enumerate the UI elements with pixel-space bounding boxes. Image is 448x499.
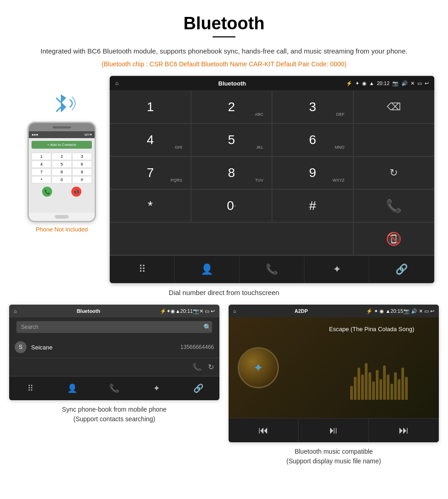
music-time: 20:15 [390, 308, 403, 314]
phonebook-caption: Sync phone-book from mobile phone (Suppo… [62, 405, 167, 424]
pb-action-call-icon[interactable]: 📞 [192, 363, 202, 371]
dial-key-hash[interactable]: # [272, 189, 353, 222]
phone-key-1: 1 [32, 153, 51, 160]
bottom-nav-link[interactable]: 🔗 [369, 256, 434, 283]
phone-key-hash: # [72, 176, 92, 183]
pb-contact-row: S Seicane 13566664466 [9, 337, 219, 358]
pb-search-field[interactable]: Search [16, 321, 212, 333]
music-info: Escape (The Pina Colada Song) [233, 322, 434, 335]
pb-loc-icon: ◉ [171, 308, 175, 314]
pb-bottom-nav: ⠿ 👤 📞 ✦ 🔗 [9, 376, 219, 400]
eq-bar-1 [350, 386, 353, 400]
music-controls: ⏮ ⏯ ⏭ [229, 418, 439, 442]
eq-bar-8 [376, 370, 379, 400]
phone-key-4: 4 [32, 161, 51, 168]
window-icon: ▭ [417, 80, 422, 86]
bottom-nav-bluetooth[interactable]: ✦ [304, 256, 369, 283]
dialpad-grid: 1 2ABC 3DEF ⌫ 4GHI 5JKL 6MNO 7PQRS 8TUV … [110, 91, 434, 255]
back-icon: ↩ [425, 80, 429, 86]
bottom-nav-dialpad[interactable]: ⠿ [110, 256, 175, 283]
phone-screen-header: ●●●MY▾ [29, 131, 95, 138]
pb-statusbar: ⌂ Bluetooth ⚡ ✦ ◉ ▲ 20:11 📷 ✕ ▭ ↩ [9, 305, 219, 317]
dial-backspace[interactable]: ⌫ [353, 91, 435, 123]
dial-call-red[interactable]: 📵 [353, 222, 435, 255]
dial-key-4[interactable]: 4GHI [110, 123, 191, 156]
bluetooth-status-icon: ✦ [355, 80, 359, 86]
phone-key-9: 9 [72, 168, 92, 176]
phone-key-star: * [32, 176, 51, 183]
pb-time: 20:11 [180, 308, 193, 314]
pb-sig-icon: ▲ [175, 308, 180, 314]
eq-bar-15 [401, 368, 404, 400]
statusbar-app-name: Bluetooth [118, 80, 346, 87]
phone-illustration: ●●●MY▾ + Add to Contacts 1 2 3 4 5 6 7 8… [14, 76, 110, 233]
music-equalizer [350, 322, 434, 400]
dial-key-star[interactable]: * [110, 189, 191, 222]
phone-end-btn: 📵 [71, 187, 81, 197]
pb-action-icons: 📞 ↻ [9, 358, 219, 376]
dial-key-8[interactable]: 8TUV [191, 156, 272, 189]
dialpad-bottom-nav: ⠿ 👤 📞 ✦ 🔗 [110, 255, 434, 283]
pb-nav-bt[interactable]: ✦ [135, 376, 177, 400]
refresh-icon: ↻ [389, 167, 398, 179]
dial-key-7[interactable]: 7PQRS [110, 156, 191, 189]
bottom-section: ⌂ Bluetooth ⚡ ✦ ◉ ▲ 20:11 📷 ✕ ▭ ↩ Search… [0, 305, 448, 466]
dial-key-9[interactable]: 9WXYZ [272, 156, 353, 189]
music-statusbar: ⌂ A2DP ⚡ ✦ ◉ ▲ 20:15 📷 🔊 ✕ ▭ ↩ [229, 305, 439, 317]
phone-key-0: 0 [52, 176, 71, 183]
phonebook-section: ⌂ Bluetooth ⚡ ✦ ◉ ▲ 20:11 📷 ✕ ▭ ↩ Search… [9, 305, 219, 466]
phone-bottom-buttons: 📞 📵 [29, 185, 95, 199]
pb-contact-avatar: S [15, 341, 27, 353]
dial-key-1[interactable]: 1 [110, 91, 191, 123]
bluetooth-signal-graphic [43, 90, 80, 117]
phone-key-8: 8 [52, 168, 71, 176]
phone-key-5: 5 [52, 161, 71, 168]
dial-key-0[interactable]: 0+ [191, 189, 272, 222]
dial-key-5[interactable]: 5JKL [191, 123, 272, 156]
backspace-icon: ⌫ [387, 101, 401, 113]
music-next-btn[interactable]: ⏭ [369, 419, 439, 442]
phone-speaker [53, 126, 71, 129]
music-home-icon: ⌂ [233, 308, 236, 314]
pb-action-sync-icon[interactable]: ↻ [208, 363, 214, 371]
dial-key-2[interactable]: 2ABC [191, 91, 272, 123]
music-cam-icon: 📷 🔊 ✕ ▭ ↩ [403, 308, 434, 314]
dialpad-statusbar: ⌂ Bluetooth ⚡ ✦ ◉ ▲ 20:12 📷 🔊 ✕ ▭ ↩ [110, 76, 434, 91]
phone-key-3: 3 [72, 153, 92, 160]
phonebook-screen: ⌂ Bluetooth ⚡ ✦ ◉ ▲ 20:11 📷 ✕ ▭ ↩ Search… [9, 305, 219, 400]
location-icon: ◉ [362, 80, 367, 86]
music-prev-btn[interactable]: ⏮ [229, 419, 299, 442]
pb-nav-user[interactable]: 👤 [51, 376, 93, 400]
pb-contact-number: 13566664466 [181, 344, 214, 350]
bottom-nav-contacts[interactable]: 👤 [175, 256, 240, 283]
pb-nav-icons: ✕ ▭ ↩ [199, 308, 215, 314]
music-main-area: ✦ Escape (The Pina Colada Song) [229, 317, 439, 418]
phone-key-2: 2 [52, 153, 71, 160]
eq-bar-3 [357, 368, 360, 400]
phone-top-bar [29, 123, 95, 131]
eq-bar-11 [387, 375, 389, 400]
page-title: Bluetooth [0, 0, 448, 36]
main-section: ●●●MY▾ + Add to Contacts 1 2 3 4 5 6 7 8… [0, 76, 448, 283]
eq-bar-13 [394, 372, 397, 400]
dial-key-3[interactable]: 3DEF [272, 91, 353, 123]
camera-icon: 📷 [392, 80, 399, 86]
eq-bar-5 [365, 363, 368, 400]
dial-call-green[interactable]: 📞 [353, 189, 435, 222]
pb-nav-link[interactable]: 🔗 [177, 376, 219, 400]
eq-bar-16 [405, 377, 408, 400]
music-android-screen: ⌂ A2DP ⚡ ✦ ◉ ▲ 20:15 📷 🔊 ✕ ▭ ↩ ✦ Escape … [229, 305, 439, 442]
dial-refresh[interactable]: ↻ [353, 156, 435, 189]
phone-key-7: 7 [32, 168, 51, 176]
dial-key-6[interactable]: 6MNO [272, 123, 353, 156]
music-playpause-btn[interactable]: ⏯ [299, 419, 368, 442]
pb-nav-phone[interactable]: 📞 [93, 376, 135, 400]
pb-cam-icon: 📷 [193, 308, 199, 314]
phone-not-included-label: Phone Not Included [36, 226, 88, 233]
bottom-nav-phone[interactable]: 📞 [240, 256, 304, 283]
pb-nav-dialpad[interactable]: ⠿ [9, 376, 51, 400]
close-icon: ✕ [411, 80, 415, 86]
music-section: ⌂ A2DP ⚡ ✦ ◉ ▲ 20:15 📷 🔊 ✕ ▭ ↩ ✦ Escape … [229, 305, 439, 466]
dialpad-android-screen: ⌂ Bluetooth ⚡ ✦ ◉ ▲ 20:12 📷 🔊 ✕ ▭ ↩ 1 2A… [110, 76, 434, 283]
pb-contact-name: Seicane [31, 344, 181, 351]
